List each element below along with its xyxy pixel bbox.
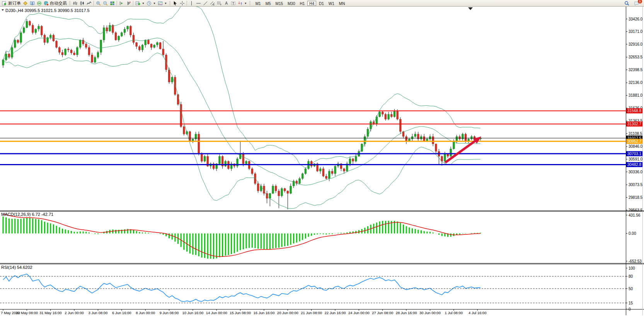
price-badge-30952.7: 30952.7 [626, 139, 643, 144]
bar-chart-button[interactable] [72, 0, 78, 6]
trendline-icon [203, 1, 208, 6]
text-button[interactable]: A [223, 0, 230, 6]
candlestick-chart-button[interactable] [79, 0, 85, 6]
svg-text:31108.5: 31108.5 [629, 132, 642, 136]
svg-text:A: A [225, 1, 228, 5]
svg-text:14 Jun 00:00: 14 Jun 00:00 [206, 311, 227, 315]
metaeditor-icon [23, 1, 28, 6]
templates-button[interactable]: ▼ [157, 0, 168, 6]
rsi-label: RSI(14) 54.6202 [1, 265, 32, 270]
zoom-out-button[interactable] [102, 0, 109, 6]
chart-shift-button[interactable] [118, 0, 125, 6]
fibonacci-button[interactable]: F [216, 0, 223, 6]
svg-text:30 May 08:00: 30 May 08:00 [16, 311, 38, 315]
arrows-button[interactable]: ▼ [237, 0, 248, 6]
trendline-button[interactable] [202, 0, 209, 6]
cursor-button[interactable] [172, 0, 179, 6]
svg-text:32653.5: 32653.5 [629, 55, 643, 59]
clock-icon [147, 1, 152, 6]
text-label-button[interactable]: T [230, 0, 237, 6]
macd-label: MACD(12,26,9) 6.72 -42.71 [1, 212, 53, 217]
svg-text:24 Jun 00:00: 24 Jun 00:00 [348, 311, 370, 315]
tile-windows-button[interactable] [109, 0, 116, 6]
timeframe-M30[interactable]: M30 [286, 1, 297, 6]
toolbar-grip [69, 1, 70, 5]
svg-text:10 Jun 16:00: 10 Jun 16:00 [182, 311, 203, 315]
symbol-info: DJ30-,H4 30995.5 31021.5 30990.5 31017.5 [5, 8, 90, 13]
chat-button[interactable]: 1 [633, 0, 640, 6]
macd-histogram [3, 217, 480, 259]
channel-button[interactable]: E [209, 0, 216, 6]
svg-text:30482.8: 30482.8 [627, 162, 642, 167]
candlestick-chart-icon [80, 1, 85, 6]
timeframe-M5[interactable]: M5 [264, 1, 273, 6]
search-icon [624, 1, 629, 6]
timeframe-W1[interactable]: W1 [327, 1, 336, 6]
svg-text:15: 15 [629, 301, 633, 305]
auto-trading-icon [44, 1, 49, 6]
price-badge-31302.7: 31302.7 [626, 121, 643, 127]
svg-text:2 Jun 00:00: 2 Jun 00:00 [65, 311, 84, 315]
svg-text:27 Jun 08:00: 27 Jun 08:00 [372, 311, 393, 315]
toolbar-separator [133, 1, 133, 6]
bollinger-upper-line [3, 3, 480, 168]
chart-shift-marker[interactable] [468, 7, 473, 10]
zoom-in-button[interactable] [95, 0, 102, 6]
svg-text:0: 0 [629, 307, 631, 311]
market-watch-button[interactable] [29, 0, 36, 6]
rsi-indicator [3, 274, 480, 301]
metaeditor-button[interactable] [22, 0, 29, 6]
svg-text:50: 50 [629, 287, 633, 291]
chevron-down-icon: ▼ [153, 2, 156, 5]
price-badge-30482.8: 30482.8 [626, 162, 643, 167]
price-badge-31568.8: 31568.8 [626, 108, 643, 113]
timeframe-H4[interactable]: H4 [307, 1, 316, 6]
auto-scroll-button[interactable] [125, 0, 132, 6]
chevron-down-icon: ▼ [164, 2, 167, 5]
svg-text:30336.0: 30336.0 [629, 170, 643, 174]
panel-separators [0, 211, 644, 309]
toolbar-separator [187, 1, 187, 6]
rsi-line [3, 274, 480, 301]
timeframe-M1[interactable]: M1 [254, 1, 263, 6]
auto-scroll-icon [126, 1, 131, 6]
new-order-icon [2, 1, 7, 6]
timeframe-D1[interactable]: D1 [317, 1, 326, 6]
zoom-out-icon [103, 1, 108, 6]
timeframe-M15[interactable]: M15 [274, 1, 285, 6]
svg-text:8 Jun 00:00: 8 Jun 00:00 [136, 311, 155, 315]
macd-signal-line [3, 214, 480, 256]
svg-text:30 Jun 00:00: 30 Jun 00:00 [419, 311, 441, 315]
horizontal-line-button[interactable] [195, 0, 202, 6]
text-label-icon: T [231, 1, 236, 6]
svg-text:29563.5: 29563.5 [629, 208, 643, 212]
svg-text:30846.0: 30846.0 [629, 144, 643, 149]
crosshair-button[interactable] [179, 0, 186, 6]
periods-button[interactable]: ▼ [146, 0, 157, 6]
signals-icon [37, 1, 42, 6]
time-axis: 7 May 202230 May 08:0031 May 16:002 Jun … [1, 309, 486, 315]
vertical-line-button[interactable] [188, 0, 195, 6]
price-levels [0, 111, 626, 165]
svg-text:29818.5: 29818.5 [629, 195, 643, 200]
line-chart-button[interactable] [86, 0, 92, 6]
svg-text:-652.53: -652.53 [629, 259, 642, 263]
auto-trading-button[interactable]: 自动交易 [43, 0, 68, 6]
svg-text:31302.7: 31302.7 [627, 122, 642, 126]
new-order-button[interactable]: 新订单 [1, 0, 22, 6]
zoom-in-icon [96, 1, 101, 6]
chart-canvas[interactable]: 33426.033171.032916.032653.532398.532136… [0, 0, 644, 318]
fibonacci-icon: F [217, 1, 222, 6]
templates-icon [158, 1, 163, 6]
svg-text:30703.1: 30703.1 [627, 152, 642, 156]
search-button[interactable] [624, 0, 630, 6]
symbol-dropdown-icon[interactable] [2, 9, 4, 11]
cursor-icon [173, 1, 178, 6]
toolbar-grip [169, 1, 170, 5]
signals-button[interactable] [36, 0, 43, 6]
timeframe-H1[interactable]: H1 [298, 1, 307, 6]
indicators-button[interactable]: ▼ [135, 0, 145, 6]
timeframe-MN[interactable]: MN [337, 1, 347, 6]
svg-text:4 Jul 16:00: 4 Jul 16:00 [469, 311, 486, 315]
line-chart-icon [87, 1, 92, 6]
